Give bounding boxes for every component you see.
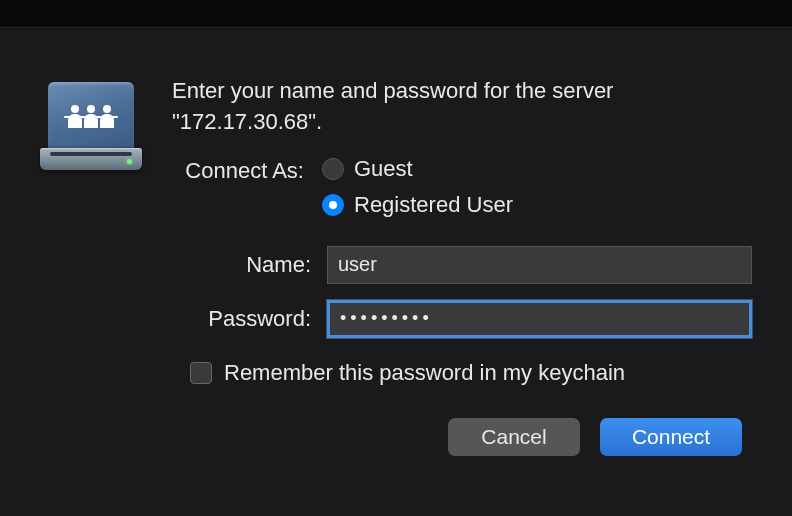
cancel-button[interactable]: Cancel (448, 418, 580, 456)
password-row: Password: (172, 300, 752, 338)
icon-column (40, 76, 142, 456)
content-column: Enter your name and password for the ser… (172, 76, 752, 456)
name-input[interactable] (327, 246, 752, 284)
radio-registered-label: Registered User (354, 192, 513, 218)
radio-guest-label: Guest (354, 156, 413, 182)
remember-checkbox[interactable] (190, 362, 212, 384)
connect-button[interactable]: Connect (600, 418, 742, 456)
remember-label: Remember this password in my keychain (224, 360, 625, 386)
auth-dialog: Enter your name and password for the ser… (0, 26, 792, 486)
password-label: Password: (172, 306, 327, 332)
connect-as-radio-group: Guest Registered User (322, 156, 752, 218)
network-drive-icon (40, 82, 142, 170)
password-input[interactable] (327, 300, 752, 338)
connect-as-label: Connect As: (172, 156, 322, 184)
radio-circle-selected-icon (322, 194, 344, 216)
radio-guest[interactable]: Guest (322, 156, 752, 182)
name-row: Name: (172, 246, 752, 284)
window-title-bar (0, 0, 792, 26)
button-row: Cancel Connect (172, 418, 752, 456)
name-label: Name: (172, 252, 327, 278)
radio-circle-icon (322, 158, 344, 180)
remember-row: Remember this password in my keychain (190, 360, 752, 386)
connect-as-row: Connect As: Guest Registered User (172, 156, 752, 218)
radio-registered-user[interactable]: Registered User (322, 192, 752, 218)
prompt-text: Enter your name and password for the ser… (172, 76, 752, 138)
